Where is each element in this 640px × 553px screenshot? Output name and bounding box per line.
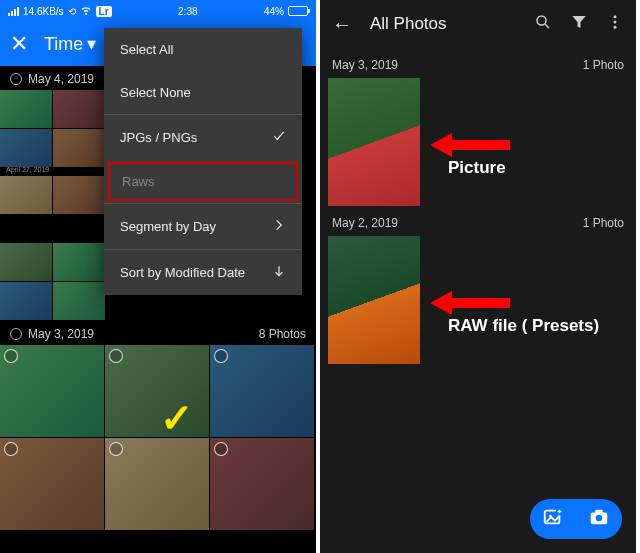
select-ring-icon[interactable]	[214, 442, 228, 456]
chevron-right-icon	[272, 218, 286, 235]
thumb[interactable]	[0, 243, 52, 281]
photo-count: 1 Photo	[583, 216, 624, 230]
menu-sort[interactable]: Sort by Modified Date	[104, 249, 302, 295]
arrow-down-icon	[272, 264, 286, 281]
select-ring-icon[interactable]	[4, 349, 18, 363]
check-icon	[272, 129, 286, 146]
select-ring-icon[interactable]	[214, 349, 228, 363]
svg-point-7	[614, 21, 617, 24]
thumb[interactable]	[0, 176, 52, 214]
check-icon: ✓	[160, 395, 194, 441]
date-header-may3: May 3, 2019 8 Photos	[0, 321, 316, 345]
photo-thumb[interactable]	[328, 236, 420, 364]
thumb[interactable]	[0, 282, 52, 320]
thumb[interactable]: ✓	[105, 345, 209, 437]
date-label: May 3, 2019	[28, 327, 94, 341]
svg-line-4	[545, 24, 549, 28]
photo-count: 1 Photo	[583, 58, 624, 72]
signal-icon	[8, 7, 19, 16]
status-time: 2:38	[178, 6, 197, 17]
menu-segment[interactable]: Segment by Day	[104, 203, 302, 249]
more-icon[interactable]	[606, 13, 624, 35]
annotation-raw: RAW file ( Presets)	[448, 316, 599, 336]
network-speed: 14.6KB/s	[23, 6, 64, 17]
header-title[interactable]: Time	[44, 34, 83, 55]
svg-rect-17	[595, 510, 602, 514]
select-ring-icon[interactable]	[109, 442, 123, 456]
dropdown-menu: Select All Select None JPGs / PNGs Raws …	[104, 28, 302, 295]
arrow-annotation	[430, 130, 510, 160]
filter-icon[interactable]	[570, 13, 588, 35]
battery-icon	[288, 6, 308, 16]
thumb[interactable]	[53, 282, 105, 320]
svg-marker-5	[572, 16, 586, 28]
thumb[interactable]	[53, 243, 105, 281]
thumb[interactable]	[0, 90, 52, 128]
date-header-may3-r: May 3, 2019 1 Photo	[320, 48, 636, 78]
annotation-picture: Picture	[448, 158, 506, 178]
select-ring-icon[interactable]	[10, 73, 22, 85]
date-label: May 4, 2019	[28, 72, 94, 86]
menu-select-none[interactable]: Select None	[104, 71, 302, 114]
chevron-down-icon[interactable]: ▾	[87, 33, 96, 55]
svg-point-3	[537, 16, 546, 25]
thumb[interactable]	[53, 176, 105, 214]
date-label-apr27: April 27, 2019	[6, 166, 49, 173]
page-title: All Photos	[370, 14, 534, 34]
thumb[interactable]	[53, 129, 105, 167]
select-ring-icon[interactable]	[10, 328, 22, 340]
fab[interactable]	[530, 499, 622, 539]
thumb[interactable]	[0, 129, 52, 167]
right-phone: ← All Photos May 3, 2019 1 Photo Picture…	[320, 0, 636, 553]
svg-point-18	[596, 515, 602, 521]
menu-jpgs-pngs[interactable]: JPGs / PNGs	[104, 114, 302, 160]
menu-raws[interactable]: Raws	[108, 162, 298, 201]
svg-point-6	[614, 15, 617, 18]
svg-marker-10	[430, 291, 510, 315]
back-icon[interactable]: ←	[332, 13, 352, 36]
thumb[interactable]	[0, 438, 104, 530]
select-ring-icon[interactable]	[109, 349, 123, 363]
right-header: ← All Photos	[320, 0, 636, 48]
thumb[interactable]	[0, 345, 104, 437]
svg-point-8	[614, 26, 617, 29]
date-header-may2-r: May 2, 2019 1 Photo	[320, 206, 636, 236]
thumb[interactable]	[210, 438, 314, 530]
orientation-icon: ⟲	[68, 6, 76, 17]
left-phone: 14.6KB/s ⟲ Lr 2:38 44% ✕ Time ▾ May 4, 2…	[0, 0, 316, 553]
date-label: May 2, 2019	[332, 216, 398, 230]
select-ring-icon[interactable]	[4, 442, 18, 456]
search-icon[interactable]	[534, 13, 552, 35]
camera-icon[interactable]	[588, 506, 610, 532]
thumb[interactable]	[105, 438, 209, 530]
battery-pct: 44%	[264, 6, 284, 17]
svg-marker-9	[430, 133, 510, 157]
thumb[interactable]	[53, 90, 105, 128]
date-label: May 3, 2019	[332, 58, 398, 72]
close-icon[interactable]: ✕	[10, 31, 28, 57]
photo-count: 8 Photos	[259, 327, 306, 341]
photo-thumb[interactable]	[328, 78, 420, 206]
status-bar: 14.6KB/s ⟲ Lr 2:38 44%	[0, 0, 316, 22]
add-image-icon[interactable]	[542, 506, 564, 532]
menu-select-all[interactable]: Select All	[104, 28, 302, 71]
thumb[interactable]	[210, 345, 314, 437]
wifi-icon	[80, 4, 92, 18]
arrow-annotation	[430, 288, 510, 318]
app-badge: Lr	[96, 6, 112, 17]
